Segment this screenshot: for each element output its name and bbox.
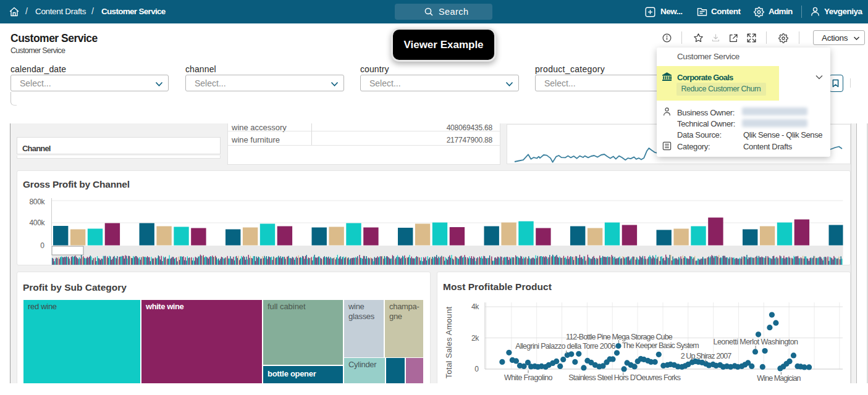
svg-text:Wine Magician: Wine Magician: [757, 374, 801, 383]
svg-text:Total Sales Amount: Total Sales Amount: [444, 307, 453, 379]
svg-text:0: 0: [474, 365, 479, 373]
svg-text:112-Bottle Pine Mega Storage C: 112-Bottle Pine Mega Storage Cube: [566, 333, 673, 341]
svg-text:2 Up Shiraz 2007: 2 Up Shiraz 2007: [681, 352, 731, 360]
svg-text:Allegrini Palazzo della Torre: Allegrini Palazzo della Torre 2006: [515, 342, 615, 351]
svg-text:4k: 4k: [471, 302, 479, 311]
svg-text:Leonetti Merlot Washington: Leonetti Merlot Washington: [714, 338, 799, 346]
svg-text:800k: 800k: [30, 198, 46, 206]
svg-text:White Fragolino: White Fragolino: [504, 373, 552, 382]
svg-text:0: 0: [40, 241, 44, 250]
svg-text:The Keeper Basic System: The Keeper Basic System: [622, 341, 699, 350]
svg-text:400k: 400k: [30, 218, 46, 227]
svg-text:2k: 2k: [471, 334, 479, 343]
svg-text:Stainless Steel Hors D'Oeuvres: Stainless Steel Hors D'Oeuvres Forks: [568, 373, 680, 382]
